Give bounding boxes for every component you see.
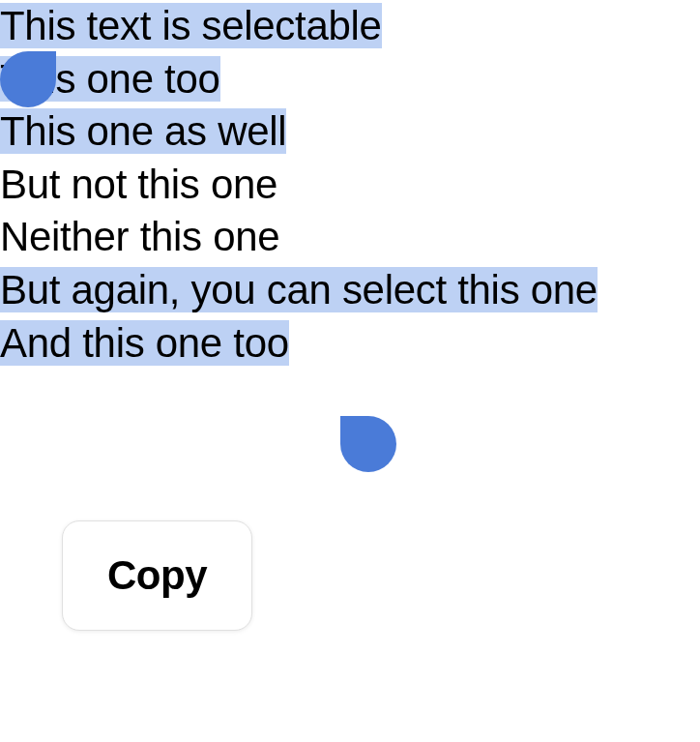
selection-handle-start-icon[interactable] bbox=[0, 51, 56, 107]
selection-handle-end-icon[interactable] bbox=[340, 416, 396, 472]
text-line-4: But not this one bbox=[0, 162, 277, 207]
text-line-5: Neither this one bbox=[0, 214, 279, 259]
text-line-6[interactable]: But again, you can select this one bbox=[0, 267, 598, 312]
text-line-3[interactable]: This one as well bbox=[0, 108, 286, 154]
text-container: This text is selectable This one too Thi… bbox=[0, 0, 700, 370]
text-line-1[interactable]: This text is selectable bbox=[0, 3, 382, 48]
context-menu: Copy bbox=[62, 520, 252, 631]
copy-button[interactable]: Copy bbox=[107, 552, 207, 599]
text-line-7[interactable]: And this one too bbox=[0, 320, 289, 366]
